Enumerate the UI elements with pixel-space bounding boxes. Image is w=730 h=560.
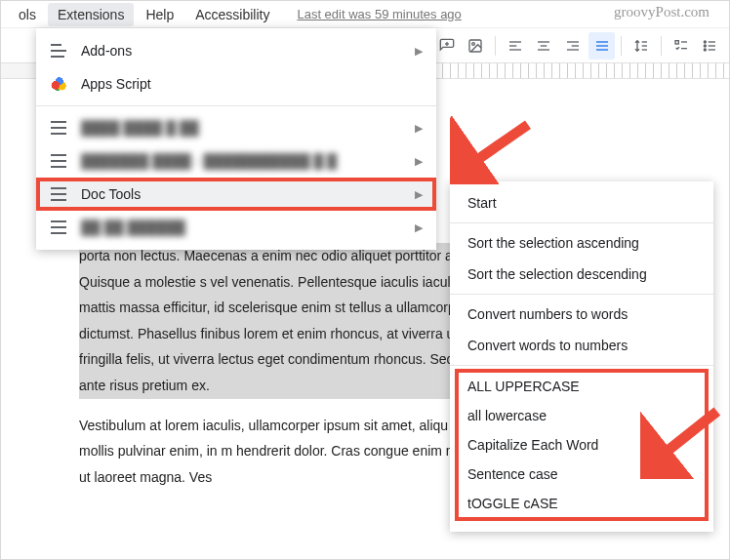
chevron-right-icon: ▶ [415, 155, 423, 168]
watermark: groovyPost.com [614, 4, 710, 20]
toolbar-separator [495, 36, 496, 56]
checklist-button[interactable] [668, 32, 695, 60]
menu-extensions[interactable]: Extensions [48, 3, 134, 26]
svg-point-3 [472, 42, 475, 45]
menu-apps-script-label: Apps Script [81, 76, 151, 92]
menu-help[interactable]: Help [136, 3, 183, 26]
chevron-right-icon: ▶ [415, 45, 423, 58]
toolbar-separator [621, 36, 622, 56]
menu-addons[interactable]: Add-ons ▶ [36, 34, 436, 67]
menu-accessibility[interactable]: Accessibility [185, 3, 279, 26]
insert-image-button[interactable] [462, 32, 489, 60]
addons-icon [50, 44, 67, 58]
submenu-toggle-case[interactable]: tOGGLE cASE [456, 489, 708, 518]
submenu-num-to-words[interactable]: Convert numbers to words [450, 299, 713, 330]
menu-separator [450, 365, 713, 366]
align-justify-button[interactable] [588, 32, 616, 60]
align-left-button[interactable] [502, 32, 529, 60]
addon-icon [50, 220, 67, 234]
svg-line-31 [654, 412, 717, 462]
menu-addon-blurred[interactable]: ███████ ████ - ███████████ █ █ ▶ [36, 144, 436, 178]
addon-icon [50, 121, 67, 135]
menu-label-blurred: ████ ████ █ ██ [81, 120, 199, 136]
svg-rect-19 [675, 40, 678, 43]
toolbar-separator [661, 36, 662, 56]
svg-point-22 [705, 41, 707, 43]
addon-icon [50, 187, 67, 201]
menu-label-blurred: ███████ ████ - ███████████ █ █ [81, 153, 337, 169]
doc-tools-submenu: Start Sort the selection ascending Sort … [450, 181, 713, 532]
annotation-arrow [640, 401, 728, 479]
extensions-dropdown: Add-ons ▶ Apps Script ████ ████ █ ██ ▶ █… [36, 28, 436, 250]
menu-separator [450, 294, 713, 295]
bulleted-list-button[interactable] [696, 32, 723, 60]
svg-point-24 [705, 49, 707, 51]
submenu-all-uppercase[interactable]: ALL UPPERCASE [456, 372, 708, 401]
menu-apps-script[interactable]: Apps Script [36, 67, 436, 100]
menu-label-blurred: ██ ██ ██████ [81, 220, 185, 235]
chevron-right-icon: ▶ [415, 188, 423, 201]
submenu-sort-asc[interactable]: Sort the selection ascending [450, 227, 713, 259]
line-spacing-button[interactable] [628, 32, 655, 60]
add-comment-button[interactable] [433, 32, 461, 60]
menu-addon-blurred[interactable]: ████ ████ █ ██ ▶ [36, 111, 436, 144]
svg-line-29 [464, 125, 528, 170]
menu-addons-label: Add-ons [81, 43, 132, 59]
align-right-button[interactable] [559, 32, 587, 60]
submenu-start[interactable]: Start [450, 187, 713, 219]
menu-separator [36, 105, 436, 106]
submenu-words-to-num[interactable]: Convert words to numbers [450, 330, 713, 361]
menu-addon-blurred[interactable]: ██ ██ ██████ ▶ [36, 211, 436, 244]
svg-point-23 [705, 45, 707, 47]
addon-icon [50, 154, 67, 168]
menu-doc-tools-label: Doc Tools [81, 186, 141, 202]
chevron-right-icon: ▶ [415, 221, 423, 234]
submenu-sort-desc[interactable]: Sort the selection descending [450, 259, 713, 290]
chevron-right-icon: ▶ [415, 122, 423, 135]
align-center-button[interactable] [530, 32, 557, 60]
menu-tools-partial[interactable]: ols [9, 3, 46, 26]
apps-script-icon [50, 77, 67, 91]
last-edit-link[interactable]: Last edit was 59 minutes ago [297, 7, 461, 21]
menu-doc-tools[interactable]: Doc Tools ▶ [36, 178, 436, 211]
annotation-arrow [450, 116, 538, 184]
menu-separator [450, 222, 713, 223]
